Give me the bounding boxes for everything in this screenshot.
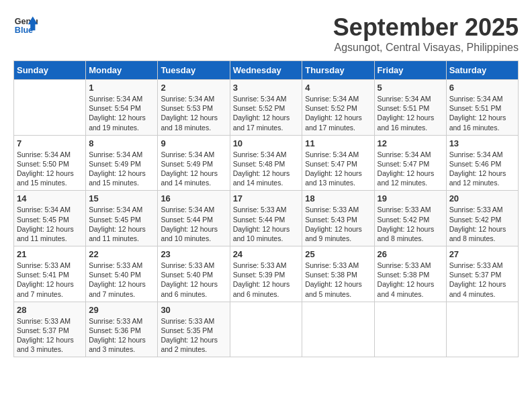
day-number: 5 <box>378 83 443 93</box>
calendar-cell: 20Sunrise: 5:33 AM Sunset: 5:42 PM Dayli… <box>446 191 518 246</box>
calendar-week-row: 14Sunrise: 5:34 AM Sunset: 5:45 PM Dayli… <box>14 191 519 246</box>
weekday-header-row: SundayMondayTuesdayWednesdayThursdayFrid… <box>14 61 519 80</box>
cell-text: Sunrise: 5:33 AM Sunset: 5:42 PM Dayligh… <box>378 205 443 243</box>
calendar-cell: 15Sunrise: 5:34 AM Sunset: 5:45 PM Dayli… <box>86 191 158 246</box>
cell-text: Sunrise: 5:33 AM Sunset: 5:35 PM Dayligh… <box>161 316 226 355</box>
cell-text: Sunrise: 5:33 AM Sunset: 5:42 PM Dayligh… <box>449 205 515 243</box>
calendar-cell: 11Sunrise: 5:34 AM Sunset: 5:47 PM Dayli… <box>302 135 374 191</box>
calendar-cell: 10Sunrise: 5:34 AM Sunset: 5:48 PM Dayli… <box>230 135 302 191</box>
calendar-cell: 30Sunrise: 5:33 AM Sunset: 5:35 PM Dayli… <box>158 302 230 357</box>
cell-text: Sunrise: 5:33 AM Sunset: 5:37 PM Dayligh… <box>449 261 515 299</box>
calendar-cell: 21Sunrise: 5:33 AM Sunset: 5:41 PM Dayli… <box>14 246 86 302</box>
cell-text: Sunrise: 5:33 AM Sunset: 5:43 PM Dayligh… <box>305 205 371 243</box>
calendar-cell: 22Sunrise: 5:33 AM Sunset: 5:40 PM Dayli… <box>86 246 158 302</box>
day-number: 11 <box>305 138 371 148</box>
calendar-cell: 27Sunrise: 5:33 AM Sunset: 5:37 PM Dayli… <box>446 246 518 302</box>
calendar-week-row: 28Sunrise: 5:33 AM Sunset: 5:37 PM Dayli… <box>14 302 519 357</box>
day-number: 27 <box>449 249 515 259</box>
cell-text: Sunrise: 5:34 AM Sunset: 5:52 PM Dayligh… <box>305 94 371 132</box>
calendar-cell <box>302 302 374 357</box>
day-number: 3 <box>233 83 300 93</box>
day-number: 25 <box>305 249 371 259</box>
cell-text: Sunrise: 5:34 AM Sunset: 5:48 PM Dayligh… <box>233 150 300 188</box>
day-number: 18 <box>305 193 371 203</box>
title-area: September 2025 Agsungot, Central Visayas… <box>333 13 519 54</box>
calendar-cell: 4Sunrise: 5:34 AM Sunset: 5:52 PM Daylig… <box>302 80 374 136</box>
calendar-cell: 23Sunrise: 5:33 AM Sunset: 5:40 PM Dayli… <box>158 246 230 302</box>
day-number: 24 <box>233 249 300 259</box>
cell-text: Sunrise: 5:33 AM Sunset: 5:41 PM Dayligh… <box>17 261 83 299</box>
svg-text:Blue: Blue <box>15 26 33 35</box>
cell-text: Sunrise: 5:34 AM Sunset: 5:45 PM Dayligh… <box>17 205 83 243</box>
calendar-cell: 12Sunrise: 5:34 AM Sunset: 5:47 PM Dayli… <box>374 135 446 191</box>
day-number: 7 <box>17 138 83 148</box>
cell-text: Sunrise: 5:33 AM Sunset: 5:40 PM Dayligh… <box>89 261 154 299</box>
weekday-header-cell: Tuesday <box>158 61 230 80</box>
day-number: 26 <box>378 249 443 259</box>
calendar-cell: 13Sunrise: 5:34 AM Sunset: 5:46 PM Dayli… <box>446 135 518 191</box>
calendar-cell: 7Sunrise: 5:34 AM Sunset: 5:50 PM Daylig… <box>14 135 86 191</box>
cell-text: Sunrise: 5:34 AM Sunset: 5:51 PM Dayligh… <box>378 94 443 132</box>
weekday-header-cell: Saturday <box>446 61 518 80</box>
day-number: 17 <box>233 193 300 203</box>
calendar-cell: 17Sunrise: 5:33 AM Sunset: 5:44 PM Dayli… <box>230 191 302 246</box>
calendar-cell: 14Sunrise: 5:34 AM Sunset: 5:45 PM Dayli… <box>14 191 86 246</box>
calendar-cell: 24Sunrise: 5:33 AM Sunset: 5:39 PM Dayli… <box>230 246 302 302</box>
logo-icon: General Blue <box>13 13 38 38</box>
calendar-cell <box>446 302 518 357</box>
calendar-week-row: 1Sunrise: 5:34 AM Sunset: 5:54 PM Daylig… <box>14 80 519 136</box>
day-number: 14 <box>17 193 83 203</box>
calendar-cell: 3Sunrise: 5:34 AM Sunset: 5:52 PM Daylig… <box>230 80 302 136</box>
cell-text: Sunrise: 5:34 AM Sunset: 5:51 PM Dayligh… <box>449 94 515 132</box>
cell-text: Sunrise: 5:34 AM Sunset: 5:45 PM Dayligh… <box>89 205 154 243</box>
cell-text: Sunrise: 5:34 AM Sunset: 5:49 PM Dayligh… <box>161 150 226 188</box>
calendar-week-row: 21Sunrise: 5:33 AM Sunset: 5:41 PM Dayli… <box>14 246 519 302</box>
day-number: 22 <box>89 249 154 259</box>
calendar-week-row: 7Sunrise: 5:34 AM Sunset: 5:50 PM Daylig… <box>14 135 519 191</box>
cell-text: Sunrise: 5:34 AM Sunset: 5:44 PM Dayligh… <box>161 205 226 243</box>
location-subtitle: Agsungot, Central Visayas, Philippines <box>333 42 519 54</box>
cell-text: Sunrise: 5:33 AM Sunset: 5:40 PM Dayligh… <box>161 261 226 299</box>
cell-text: Sunrise: 5:34 AM Sunset: 5:52 PM Dayligh… <box>233 94 300 132</box>
calendar-cell: 18Sunrise: 5:33 AM Sunset: 5:43 PM Dayli… <box>302 191 374 246</box>
cell-text: Sunrise: 5:34 AM Sunset: 5:54 PM Dayligh… <box>89 94 154 132</box>
cell-text: Sunrise: 5:34 AM Sunset: 5:46 PM Dayligh… <box>449 150 515 188</box>
day-number: 2 <box>161 83 226 93</box>
day-number: 1 <box>89 83 154 93</box>
month-title: September 2025 <box>333 13 519 42</box>
weekday-header-cell: Monday <box>86 61 158 80</box>
weekday-header-cell: Friday <box>374 61 446 80</box>
day-number: 4 <box>305 83 371 93</box>
day-number: 6 <box>449 83 515 93</box>
calendar-cell: 2Sunrise: 5:34 AM Sunset: 5:53 PM Daylig… <box>158 80 230 136</box>
weekday-header-cell: Sunday <box>14 61 86 80</box>
cell-text: Sunrise: 5:33 AM Sunset: 5:39 PM Dayligh… <box>233 261 300 299</box>
cell-text: Sunrise: 5:33 AM Sunset: 5:38 PM Dayligh… <box>305 261 371 299</box>
cell-text: Sunrise: 5:33 AM Sunset: 5:38 PM Dayligh… <box>378 261 443 299</box>
day-number: 15 <box>89 193 154 203</box>
calendar-cell <box>374 302 446 357</box>
day-number: 29 <box>89 305 154 315</box>
calendar-cell: 8Sunrise: 5:34 AM Sunset: 5:49 PM Daylig… <box>86 135 158 191</box>
calendar-cell <box>14 80 86 136</box>
day-number: 21 <box>17 249 83 259</box>
day-number: 8 <box>89 138 154 148</box>
cell-text: Sunrise: 5:33 AM Sunset: 5:44 PM Dayligh… <box>233 205 300 243</box>
calendar-cell: 9Sunrise: 5:34 AM Sunset: 5:49 PM Daylig… <box>158 135 230 191</box>
logo: General Blue <box>13 13 38 38</box>
cell-text: Sunrise: 5:33 AM Sunset: 5:37 PM Dayligh… <box>17 316 83 355</box>
day-number: 30 <box>161 305 226 315</box>
calendar-cell: 6Sunrise: 5:34 AM Sunset: 5:51 PM Daylig… <box>446 80 518 136</box>
cell-text: Sunrise: 5:34 AM Sunset: 5:50 PM Dayligh… <box>17 150 83 188</box>
day-number: 9 <box>161 138 226 148</box>
day-number: 19 <box>378 193 443 203</box>
calendar-cell: 29Sunrise: 5:33 AM Sunset: 5:36 PM Dayli… <box>86 302 158 357</box>
cell-text: Sunrise: 5:34 AM Sunset: 5:47 PM Dayligh… <box>378 150 443 188</box>
cell-text: Sunrise: 5:33 AM Sunset: 5:36 PM Dayligh… <box>89 316 154 355</box>
calendar-cell: 19Sunrise: 5:33 AM Sunset: 5:42 PM Dayli… <box>374 191 446 246</box>
weekday-header-cell: Thursday <box>302 61 374 80</box>
cell-text: Sunrise: 5:34 AM Sunset: 5:53 PM Dayligh… <box>161 94 226 132</box>
calendar-cell: 25Sunrise: 5:33 AM Sunset: 5:38 PM Dayli… <box>302 246 374 302</box>
day-number: 12 <box>378 138 443 148</box>
calendar-cell: 1Sunrise: 5:34 AM Sunset: 5:54 PM Daylig… <box>86 80 158 136</box>
